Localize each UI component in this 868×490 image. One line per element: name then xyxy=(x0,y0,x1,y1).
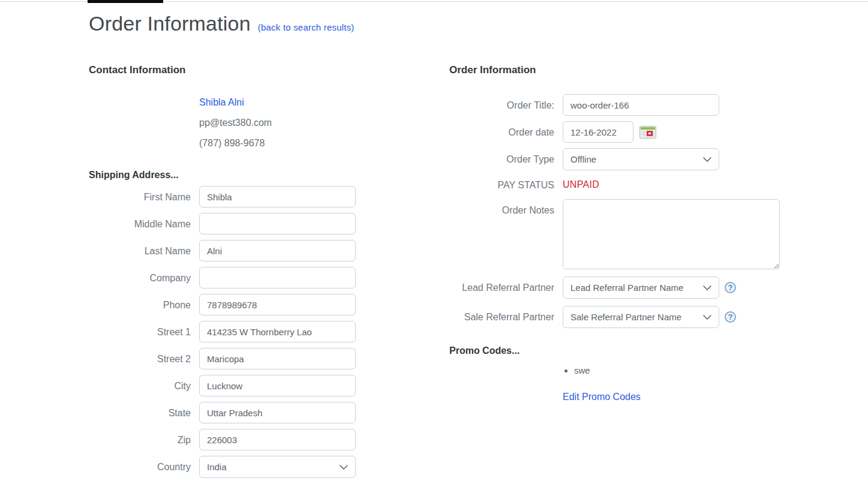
street2-row: Street 2 xyxy=(89,348,371,369)
order-date-row: Order date xyxy=(449,121,797,143)
state-input[interactable] xyxy=(199,402,356,423)
company-input[interactable] xyxy=(199,267,356,288)
page-title-text: Order Information xyxy=(89,12,251,35)
first-name-label: First Name xyxy=(89,191,191,203)
phone-label: Phone xyxy=(89,299,191,311)
street1-label: Street 1 xyxy=(89,326,191,338)
order-type-select[interactable]: Offline xyxy=(563,148,719,170)
contact-email-row: pp@test380.com xyxy=(89,117,371,128)
lead-referral-select[interactable]: Lead Referral Partner Name xyxy=(563,276,719,299)
company-row: Company xyxy=(89,267,371,288)
edit-promo-codes-link[interactable]: Edit Promo Codes xyxy=(563,392,641,402)
order-title-row: Order Title: xyxy=(449,94,797,116)
middle-name-row: Middle Name xyxy=(89,213,371,235)
last-name-input[interactable] xyxy=(199,240,356,261)
order-type-row: Order Type Offline xyxy=(449,148,797,170)
contact-name-link[interactable]: Shibla Alni xyxy=(199,97,244,107)
order-date-input[interactable] xyxy=(563,121,633,143)
first-name-input[interactable] xyxy=(199,186,356,208)
contact-phone-row: (787) 898-9678 xyxy=(89,137,371,149)
order-notes-row: Order Notes xyxy=(449,199,797,269)
question-mark-icon[interactable]: ? xyxy=(725,282,736,293)
last-name-row: Last Name xyxy=(89,240,371,261)
back-to-search-results-link[interactable]: (back to search results) xyxy=(258,22,355,32)
contact-phone: (787) 898-9678 xyxy=(199,137,265,149)
state-label: State xyxy=(89,407,191,419)
order-date-label: Order date xyxy=(449,127,554,138)
promo-code-list: swe xyxy=(563,365,797,376)
lead-referral-label: Lead Referral Partner xyxy=(449,282,554,293)
contact-name-row: Shibla Alni xyxy=(89,97,371,108)
last-name-label: Last Name xyxy=(89,245,191,257)
city-input[interactable] xyxy=(199,375,356,396)
zip-row: Zip xyxy=(89,429,371,450)
calendar-icon[interactable] xyxy=(639,126,656,139)
order-title-input[interactable] xyxy=(563,94,719,116)
order-notes-textarea[interactable] xyxy=(563,199,780,269)
order-notes-label: Order Notes xyxy=(449,199,554,216)
middle-name-input[interactable] xyxy=(199,213,356,235)
active-tab-indicator xyxy=(88,0,163,3)
shipping-address-heading: Shipping Address... xyxy=(89,169,371,181)
phone-row: Phone xyxy=(89,294,371,315)
city-row: City xyxy=(89,375,371,396)
lead-referral-row: Lead Referral Partner Lead Referral Part… xyxy=(449,276,797,299)
order-information-section: Order Information Order Title: Order dat… xyxy=(449,64,797,402)
sale-referral-select[interactable]: Sale Referral Partner Name xyxy=(563,306,719,328)
first-name-row: First Name xyxy=(89,186,371,208)
city-label: City xyxy=(89,380,191,392)
company-label: Company xyxy=(89,272,191,284)
zip-input[interactable] xyxy=(199,429,356,450)
sale-referral-label: Sale Referral Partner xyxy=(449,311,554,323)
street1-row: Street 1 xyxy=(89,321,371,342)
street1-input[interactable] xyxy=(199,321,356,342)
sale-referral-row: Sale Referral Partner Sale Referral Part… xyxy=(449,306,797,328)
country-select[interactable]: India xyxy=(199,456,356,478)
contact-email: pp@test380.com xyxy=(199,117,272,128)
promo-code-item: swe xyxy=(574,365,797,376)
middle-name-label: Middle Name xyxy=(89,218,191,230)
order-title-label: Order Title: xyxy=(449,100,554,111)
order-information-heading: Order Information xyxy=(449,64,797,76)
country-label: Country xyxy=(89,461,191,473)
page-title: Order Information (back to search result… xyxy=(89,12,355,35)
pay-status-label: PAY STATUS xyxy=(449,179,554,191)
promo-codes-heading: Promo Codes... xyxy=(449,345,797,357)
street2-input[interactable] xyxy=(199,348,356,369)
pay-status-row: PAY STATUS UNPAID xyxy=(449,176,797,194)
phone-input[interactable] xyxy=(199,294,356,315)
street2-label: Street 2 xyxy=(89,353,191,365)
state-row: State xyxy=(89,402,371,423)
contact-information-heading: Contact Information xyxy=(89,64,371,76)
order-type-label: Order Type xyxy=(449,154,554,165)
pay-status-value: UNPAID xyxy=(563,179,599,190)
contact-information-section: Contact Information Shibla Alni pp@test3… xyxy=(89,64,371,483)
contact-summary: Shibla Alni pp@test380.com (787) 898-967… xyxy=(89,97,371,149)
question-mark-icon[interactable]: ? xyxy=(725,311,736,323)
zip-label: Zip xyxy=(89,434,191,446)
country-row: Country India xyxy=(89,456,371,478)
